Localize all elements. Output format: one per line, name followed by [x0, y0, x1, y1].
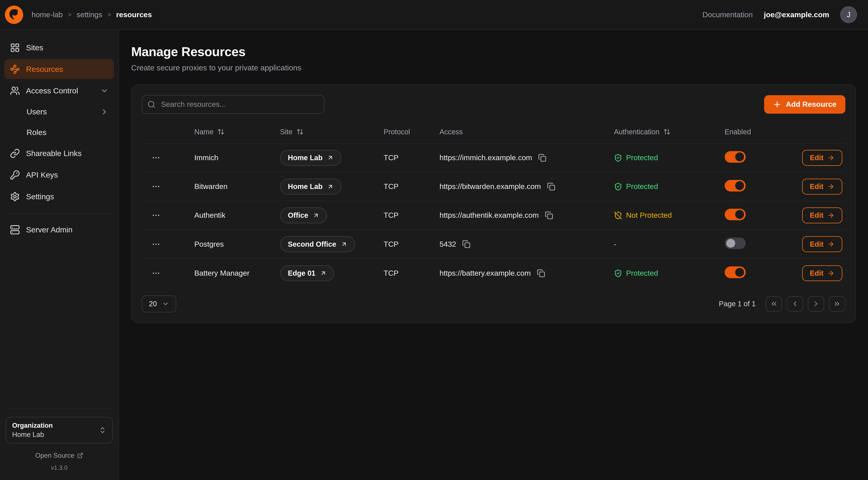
table-body: Immich Home Lab TCP https://immich.examp…: [142, 144, 845, 288]
topbar: home-lab > settings > resources Document…: [0, 0, 868, 30]
enabled-toggle[interactable]: [725, 151, 746, 163]
first-page-button[interactable]: [766, 296, 782, 312]
edit-button[interactable]: Edit: [802, 236, 842, 252]
copy-icon[interactable]: [461, 239, 471, 249]
site-name: Second Office: [288, 240, 336, 248]
open-source-link[interactable]: Open Source: [6, 452, 113, 459]
row-menu-button[interactable]: [150, 180, 163, 193]
column-header-site[interactable]: Site: [280, 128, 383, 136]
version-label: v1.3.0: [6, 464, 113, 471]
site-link[interactable]: Second Office: [280, 236, 355, 252]
breadcrumb-org[interactable]: home-lab: [31, 10, 63, 19]
arrow-right-icon: [827, 154, 835, 161]
enabled-toggle[interactable]: [725, 237, 746, 249]
column-label: Site: [280, 128, 292, 136]
arrow-up-right-icon: [320, 270, 327, 276]
waypoints-icon: [10, 64, 20, 74]
sidebar-item-roles[interactable]: Roles: [4, 123, 114, 142]
protocol: TCP: [383, 240, 439, 248]
breadcrumb-settings[interactable]: settings: [76, 10, 102, 19]
column-label: Name: [194, 128, 214, 136]
access-url: https://authentik.example.com: [439, 211, 539, 219]
table-row: Postgres Second Office TCP 5432 - Edit: [142, 230, 845, 259]
site-link[interactable]: Home Lab: [280, 150, 341, 166]
main-content: Manage Resources Create secure proxies t…: [119, 30, 868, 480]
table-header-row: Name Site Protocol Access Authentication…: [142, 120, 845, 144]
sidebar-item-settings[interactable]: Settings: [4, 187, 114, 207]
org-selector[interactable]: Organization Home Lab: [6, 417, 113, 444]
arrow-up-right-icon: [327, 183, 334, 190]
page-info: Page 1 of 1: [719, 300, 756, 308]
column-header-access: Access: [439, 128, 614, 136]
app-root: home-lab > settings > resources Document…: [0, 0, 868, 480]
sidebar-item-server-admin[interactable]: Server Admin: [4, 220, 114, 240]
enabled-toggle[interactable]: [725, 209, 746, 220]
next-page-button[interactable]: [808, 296, 825, 312]
site-link[interactable]: Office: [280, 207, 327, 223]
sidebar-item-resources[interactable]: Resources: [4, 59, 114, 79]
sidebar-item-api-keys[interactable]: API Keys: [4, 165, 114, 185]
site-name: Home Lab: [288, 154, 322, 162]
site-link[interactable]: Edge 01: [280, 265, 334, 281]
external-link-icon: [77, 452, 83, 459]
edit-button[interactable]: Edit: [802, 150, 842, 166]
sidebar-item-access-control[interactable]: Access Control: [4, 81, 114, 101]
org-label: Organization: [12, 422, 53, 429]
row-menu-button[interactable]: [150, 209, 163, 222]
site-link[interactable]: Home Lab: [280, 179, 341, 194]
column-header-enabled: Enabled: [725, 128, 802, 136]
breadcrumb-separator: >: [107, 11, 111, 19]
sidebar-item-users[interactable]: Users: [4, 102, 114, 121]
row-menu-button[interactable]: [150, 267, 163, 280]
column-label: Authentication: [614, 128, 659, 136]
add-resource-button[interactable]: Add Resource: [764, 95, 845, 114]
chevron-right-icon: [100, 108, 108, 116]
table-row: Battery Manager Edge 01 TCP https://batt…: [142, 259, 845, 288]
enabled-toggle[interactable]: [725, 266, 746, 278]
app-logo-icon[interactable]: [4, 5, 24, 24]
protocol: TCP: [383, 269, 439, 277]
edit-button[interactable]: Edit: [802, 179, 842, 194]
edit-button[interactable]: Edit: [802, 207, 842, 223]
auth-status: -: [614, 240, 725, 248]
sort-icon: [217, 128, 224, 136]
column-header-protocol: Protocol: [383, 128, 439, 136]
link-icon: [10, 148, 20, 158]
sidebar-item-label: Settings: [26, 192, 54, 201]
edit-button[interactable]: Edit: [802, 265, 842, 281]
user-email[interactable]: joe@example.com: [764, 10, 829, 19]
access-port: 5432: [439, 240, 456, 248]
copy-icon[interactable]: [546, 181, 556, 192]
prev-page-button[interactable]: [786, 296, 803, 312]
column-header-name[interactable]: Name: [194, 128, 280, 136]
documentation-link[interactable]: Documentation: [703, 10, 753, 19]
copy-icon[interactable]: [544, 210, 554, 221]
edit-label: Edit: [810, 240, 824, 248]
page-size-select[interactable]: 20: [142, 295, 176, 312]
protocol: TCP: [383, 153, 439, 162]
org-texts: Organization Home Lab: [12, 422, 53, 439]
sidebar-item-shareable-links[interactable]: Shareable Links: [4, 143, 114, 163]
copy-icon[interactable]: [537, 153, 548, 163]
last-page-button[interactable]: [829, 296, 845, 312]
enabled-toggle[interactable]: [725, 180, 746, 191]
row-menu-button[interactable]: [150, 151, 163, 164]
page-title: Manage Resources: [131, 44, 856, 59]
copy-icon[interactable]: [536, 268, 546, 278]
chevrons-up-down-icon: [99, 426, 106, 434]
column-label: Protocol: [383, 128, 410, 136]
users-icon: [10, 86, 20, 96]
row-menu-button[interactable]: [150, 237, 163, 251]
avatar[interactable]: J: [840, 6, 857, 23]
sidebar-item-label: Access Control: [26, 86, 78, 95]
gear-icon: [10, 192, 20, 202]
search-input[interactable]: [142, 95, 324, 114]
table-row: Bitwarden Home Lab TCP https://bitwarden…: [142, 173, 845, 201]
pager: Page 1 of 1: [719, 296, 845, 312]
arrow-right-icon: [827, 212, 835, 219]
sidebar-item-sites[interactable]: Sites: [4, 38, 114, 58]
shield-off-icon: [614, 211, 622, 219]
topbar-right: Documentation joe@example.com J: [703, 6, 857, 23]
column-header-authentication[interactable]: Authentication: [614, 128, 725, 136]
edit-label: Edit: [810, 182, 824, 190]
